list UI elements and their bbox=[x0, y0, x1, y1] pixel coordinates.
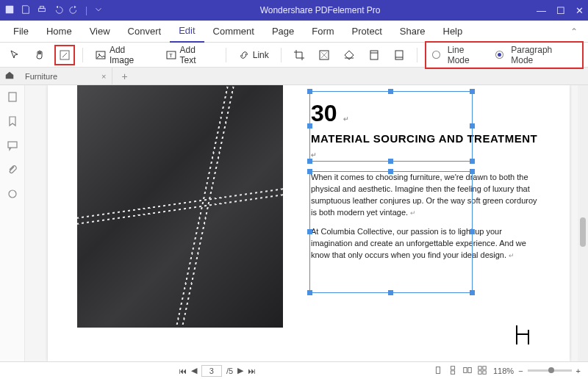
prev-page-icon[interactable]: ◀ bbox=[191, 366, 197, 375]
header-footer-tool[interactable] bbox=[364, 47, 384, 63]
page-current[interactable]: 3 bbox=[201, 365, 222, 377]
edit-toolbar: Add Image TAdd Text Link Line Mode Parag… bbox=[0, 43, 588, 68]
zoom-out-icon[interactable]: − bbox=[518, 367, 523, 375]
zoom-control: 118% − + bbox=[493, 367, 581, 375]
menu-share[interactable]: Share bbox=[391, 21, 434, 43]
thumbnails-icon[interactable] bbox=[7, 91, 18, 105]
view-mode-group bbox=[433, 365, 487, 377]
document-tab-bar: Furniture × + bbox=[0, 68, 588, 85]
svg-rect-21 bbox=[478, 366, 481, 369]
add-image-button[interactable]: Add Image bbox=[90, 43, 157, 68]
window-controls: — ☐ ✕ bbox=[537, 5, 584, 16]
attachments-icon[interactable] bbox=[7, 164, 18, 178]
svg-rect-17 bbox=[451, 366, 454, 369]
link-button[interactable]: Link bbox=[234, 47, 273, 63]
paragraph-mode-label: Paragraph Mode bbox=[511, 45, 576, 65]
svg-rect-9 bbox=[370, 51, 378, 59]
pdf-icon[interactable] bbox=[4, 4, 15, 17]
save-icon[interactable] bbox=[21, 4, 31, 17]
bookmarks-icon[interactable] bbox=[7, 115, 18, 129]
qat-divider: | bbox=[85, 5, 87, 15]
search-panel-icon[interactable] bbox=[7, 188, 18, 202]
svg-point-15 bbox=[9, 190, 16, 198]
chair-icon bbox=[514, 324, 533, 351]
menu-form[interactable]: Form bbox=[303, 21, 343, 43]
menu-protect[interactable]: Protect bbox=[343, 21, 391, 43]
minimize-button[interactable]: — bbox=[537, 5, 546, 16]
svg-rect-23 bbox=[478, 370, 481, 373]
page-navigator: ⏮ ◀ 3 /5 ▶ ⏭ bbox=[7, 365, 427, 377]
line-mode-radio[interactable] bbox=[432, 51, 440, 59]
crop-tool[interactable] bbox=[289, 47, 309, 63]
menu-bar: File Home View Convert Edit Comment Page… bbox=[0, 21, 588, 43]
svg-rect-14 bbox=[8, 142, 17, 148]
menu-home[interactable]: Home bbox=[37, 21, 81, 43]
svg-rect-13 bbox=[9, 93, 16, 101]
vertical-scrollbar[interactable] bbox=[578, 85, 588, 361]
zoom-slider[interactable] bbox=[528, 369, 572, 372]
home-tab-icon[interactable] bbox=[4, 70, 15, 82]
menu-file[interactable]: File bbox=[4, 21, 37, 43]
menu-help[interactable]: Help bbox=[434, 21, 472, 43]
scrollbar-thumb[interactable] bbox=[580, 217, 586, 247]
svg-rect-11 bbox=[395, 51, 403, 59]
print-icon[interactable] bbox=[37, 4, 47, 17]
edit-mode-group: Line Mode Paragraph Mode bbox=[425, 41, 584, 69]
app-title: Wondershare PDFelement Pro bbox=[104, 5, 537, 15]
svg-rect-0 bbox=[6, 5, 14, 13]
title-bar: | Wondershare PDFelement Pro — ☐ ✕ bbox=[0, 0, 588, 21]
last-page-icon[interactable]: ⏭ bbox=[248, 367, 256, 375]
svg-rect-18 bbox=[451, 370, 454, 373]
two-page-icon[interactable] bbox=[462, 365, 473, 377]
close-tab-icon[interactable]: × bbox=[101, 72, 106, 81]
svg-rect-16 bbox=[436, 367, 440, 373]
qat-dropdown-icon[interactable] bbox=[93, 4, 104, 17]
svg-text:T: T bbox=[169, 51, 173, 58]
menu-convert[interactable]: Convert bbox=[119, 21, 171, 43]
text-selection-box-2[interactable] bbox=[309, 171, 473, 293]
first-page-icon[interactable]: ⏮ bbox=[179, 367, 187, 375]
page-total: /5 bbox=[226, 367, 233, 375]
continuous-icon[interactable] bbox=[448, 365, 458, 377]
svg-rect-24 bbox=[483, 370, 486, 373]
document-tab[interactable]: Furniture × bbox=[19, 68, 112, 84]
status-bar: ⏮ ◀ 3 /5 ▶ ⏭ 118% − + bbox=[0, 361, 588, 379]
zoom-in-icon[interactable]: + bbox=[576, 367, 581, 375]
collapse-ribbon-icon[interactable]: ⌃ bbox=[564, 26, 584, 37]
page-image bbox=[77, 85, 283, 328]
zoom-value[interactable]: 118% bbox=[493, 367, 514, 375]
single-page-icon[interactable] bbox=[433, 365, 443, 377]
document-canvas[interactable]: 30 ↵ MATERIAL SOURCING AND TREATMENT ↵ W… bbox=[25, 85, 578, 361]
select-tool[interactable] bbox=[4, 47, 25, 63]
two-page-continuous-icon[interactable] bbox=[477, 365, 487, 377]
bates-tool[interactable] bbox=[389, 47, 409, 63]
menu-view[interactable]: View bbox=[81, 21, 119, 43]
menu-comment[interactable]: Comment bbox=[204, 21, 263, 43]
menu-edit[interactable]: Edit bbox=[170, 21, 204, 43]
svg-rect-1 bbox=[39, 8, 46, 11]
paragraph-mode-radio[interactable] bbox=[495, 51, 503, 59]
svg-rect-2 bbox=[40, 6, 43, 8]
text-selection-box-1[interactable] bbox=[309, 91, 473, 162]
new-tab-button[interactable]: + bbox=[117, 71, 132, 82]
hand-tool[interactable] bbox=[29, 47, 50, 63]
edit-object-tool[interactable] bbox=[54, 45, 75, 65]
close-button[interactable]: ✕ bbox=[576, 5, 584, 16]
svg-rect-20 bbox=[468, 367, 471, 372]
quick-access-toolbar: | bbox=[4, 4, 104, 17]
background-tool[interactable] bbox=[339, 47, 359, 63]
left-sidebar bbox=[0, 85, 25, 361]
redo-icon[interactable] bbox=[69, 4, 79, 17]
line-mode-label: Line Mode bbox=[448, 45, 489, 65]
svg-rect-22 bbox=[483, 366, 486, 369]
undo-icon[interactable] bbox=[53, 4, 63, 17]
comments-icon[interactable] bbox=[7, 140, 18, 154]
menu-page[interactable]: Page bbox=[263, 21, 303, 43]
next-page-icon[interactable]: ▶ bbox=[237, 366, 243, 375]
maximize-button[interactable]: ☐ bbox=[556, 5, 565, 16]
watermark-tool[interactable] bbox=[314, 47, 334, 63]
add-text-button[interactable]: TAdd Text bbox=[161, 43, 218, 68]
document-tab-label: Furniture bbox=[25, 72, 57, 81]
work-area: 30 ↵ MATERIAL SOURCING AND TREATMENT ↵ W… bbox=[0, 85, 588, 361]
svg-rect-19 bbox=[464, 367, 467, 372]
